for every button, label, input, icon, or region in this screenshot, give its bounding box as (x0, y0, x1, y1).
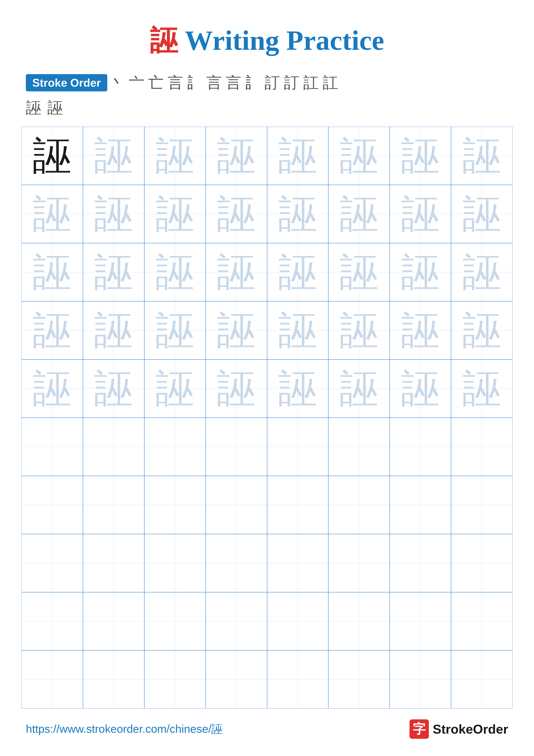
practice-char: 誣 (94, 136, 133, 175)
grid-cell-6-3[interactable] (144, 418, 206, 476)
grid-cell-9-7[interactable] (390, 592, 451, 650)
grid-cell-10-5[interactable] (267, 650, 328, 709)
grid-cell-1-5[interactable]: 誣 (267, 127, 328, 185)
grid-cell-1-6[interactable]: 誣 (328, 127, 390, 185)
grid-cell-5-8[interactable]: 誣 (451, 360, 513, 418)
grid-cell-5-3[interactable]: 誣 (144, 360, 206, 418)
practice-char: 誣 (156, 136, 194, 175)
grid-cell-2-2[interactable]: 誣 (83, 185, 144, 243)
grid-cell-1-8[interactable]: 誣 (451, 127, 513, 185)
grid-cell-7-7[interactable] (390, 476, 451, 534)
grid-row-6 (21, 418, 513, 476)
grid-cell-2-5[interactable]: 誣 (267, 185, 328, 243)
grid-cell-4-5[interactable]: 誣 (267, 301, 328, 360)
practice-char: 誣 (401, 136, 440, 175)
grid-cell-7-2[interactable] (83, 476, 144, 534)
practice-char: 誣 (463, 311, 501, 350)
grid-cell-10-6[interactable] (328, 650, 390, 709)
grid-cell-8-2[interactable] (83, 534, 144, 592)
grid-cell-9-2[interactable] (83, 592, 144, 650)
grid-cell-10-2[interactable] (83, 650, 144, 709)
grid-cell-3-7[interactable]: 誣 (390, 243, 451, 301)
grid-cell-9-8[interactable] (451, 592, 513, 650)
grid-cell-10-8[interactable] (451, 650, 513, 709)
grid-cell-9-3[interactable] (144, 592, 206, 650)
grid-cell-9-1[interactable] (21, 592, 83, 650)
grid-cell-7-4[interactable] (206, 476, 267, 534)
grid-cell-6-1[interactable] (21, 418, 83, 476)
grid-row-5: 誣 誣 誣 誣 誣 誣 誣 誣 (21, 360, 513, 418)
grid-cell-3-3[interactable]: 誣 (144, 243, 206, 301)
grid-cell-4-3[interactable]: 誣 (144, 301, 206, 360)
footer: https://www.strokeorder.com/chinese/誣 字 … (0, 719, 534, 739)
grid-cell-9-5[interactable] (267, 592, 328, 650)
grid-cell-3-1[interactable]: 誣 (21, 243, 83, 301)
grid-cell-5-1[interactable]: 誣 (21, 360, 83, 418)
grid-cell-5-6[interactable]: 誣 (328, 360, 390, 418)
grid-cell-7-8[interactable] (451, 476, 513, 534)
grid-cell-2-4[interactable]: 誣 (206, 185, 267, 243)
grid-cell-3-2[interactable]: 誣 (83, 243, 144, 301)
grid-cell-2-1[interactable]: 誣 (21, 185, 83, 243)
grid-cell-6-6[interactable] (328, 418, 390, 476)
grid-cell-1-2[interactable]: 誣 (83, 127, 144, 185)
grid-cell-8-4[interactable] (206, 534, 267, 592)
grid-cell-10-4[interactable] (206, 650, 267, 709)
grid-cell-4-7[interactable]: 誣 (390, 301, 451, 360)
grid-cell-8-6[interactable] (328, 534, 390, 592)
footer-url[interactable]: https://www.strokeorder.com/chinese/誣 (26, 721, 222, 737)
grid-cell-2-7[interactable]: 誣 (390, 185, 451, 243)
grid-cell-10-3[interactable] (144, 650, 206, 709)
grid-cell-6-5[interactable] (267, 418, 328, 476)
grid-cell-7-6[interactable] (328, 476, 390, 534)
grid-cell-8-7[interactable] (390, 534, 451, 592)
grid-cell-3-8[interactable]: 誣 (451, 243, 513, 301)
grid-cell-4-4[interactable]: 誣 (206, 301, 267, 360)
grid-cell-5-2[interactable]: 誣 (83, 360, 144, 418)
stroke-s11: 訌 (303, 72, 319, 93)
grid-cell-10-1[interactable] (21, 650, 83, 709)
grid-cell-8-5[interactable] (267, 534, 328, 592)
stroke-s6: 言 (206, 72, 222, 93)
grid-cell-8-8[interactable] (451, 534, 513, 592)
grid-cell-1-1[interactable]: 誣 (21, 127, 83, 185)
practice-char: 誣 (217, 369, 256, 408)
practice-char: 誣 (278, 195, 317, 233)
grid-cell-8-3[interactable] (144, 534, 206, 592)
grid-cell-4-6[interactable]: 誣 (328, 301, 390, 360)
grid-cell-7-1[interactable] (21, 476, 83, 534)
grid-cell-2-8[interactable]: 誣 (451, 185, 513, 243)
grid-cell-7-3[interactable] (144, 476, 206, 534)
grid-cell-9-4[interactable] (206, 592, 267, 650)
practice-char: 誣 (33, 195, 71, 233)
grid-cell-5-7[interactable]: 誣 (390, 360, 451, 418)
grid-cell-4-8[interactable]: 誣 (451, 301, 513, 360)
grid-cell-3-5[interactable]: 誣 (267, 243, 328, 301)
grid-cell-8-1[interactable] (21, 534, 83, 592)
grid-cell-10-7[interactable] (390, 650, 451, 709)
grid-cell-6-8[interactable] (451, 418, 513, 476)
practice-char: 誣 (401, 311, 440, 350)
grid-cell-2-6[interactable]: 誣 (328, 185, 390, 243)
grid-cell-1-3[interactable]: 誣 (144, 127, 206, 185)
practice-char: 誣 (33, 369, 71, 408)
grid-cell-5-4[interactable]: 誣 (206, 360, 267, 418)
grid-cell-4-1[interactable]: 誣 (21, 301, 83, 360)
grid-cell-6-7[interactable] (390, 418, 451, 476)
practice-char: 誣 (463, 136, 501, 175)
grid-cell-4-2[interactable]: 誣 (83, 301, 144, 360)
grid-cell-7-5[interactable] (267, 476, 328, 534)
practice-char: 誣 (278, 136, 317, 175)
grid-cell-3-4[interactable]: 誣 (206, 243, 267, 301)
practice-char: 誣 (401, 195, 440, 233)
grid-cell-3-6[interactable]: 誣 (328, 243, 390, 301)
grid-cell-2-3[interactable]: 誣 (144, 185, 206, 243)
grid-cell-6-4[interactable] (206, 418, 267, 476)
stroke-order-row2: 誣 誣 (26, 97, 508, 118)
grid-cell-1-4[interactable]: 誣 (206, 127, 267, 185)
grid-cell-6-2[interactable] (83, 418, 144, 476)
grid-cell-5-5[interactable]: 誣 (267, 360, 328, 418)
grid-cell-9-6[interactable] (328, 592, 390, 650)
grid-row-4: 誣 誣 誣 誣 誣 誣 誣 誣 (21, 301, 513, 360)
grid-cell-1-7[interactable]: 誣 (390, 127, 451, 185)
